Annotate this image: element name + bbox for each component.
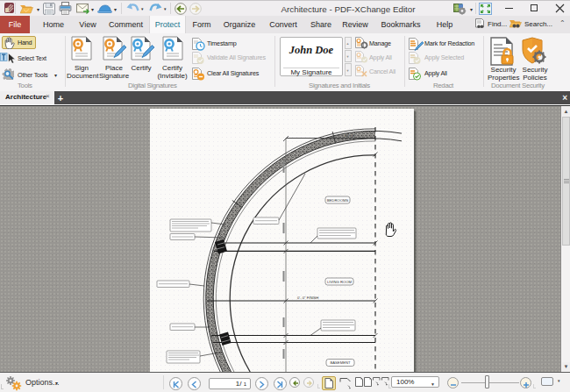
- svg-text:LIVING ROOM: LIVING ROOM: [327, 280, 352, 284]
- svg-text:BEDROOMS: BEDROOMS: [327, 198, 349, 203]
- svg-text:0'- 0" FINISH: 0'- 0" FINISH: [297, 296, 318, 300]
- svg-text:12'- 6": 12'- 6": [345, 133, 355, 138]
- svg-text:BASEMENT: BASEMENT: [330, 360, 350, 365]
